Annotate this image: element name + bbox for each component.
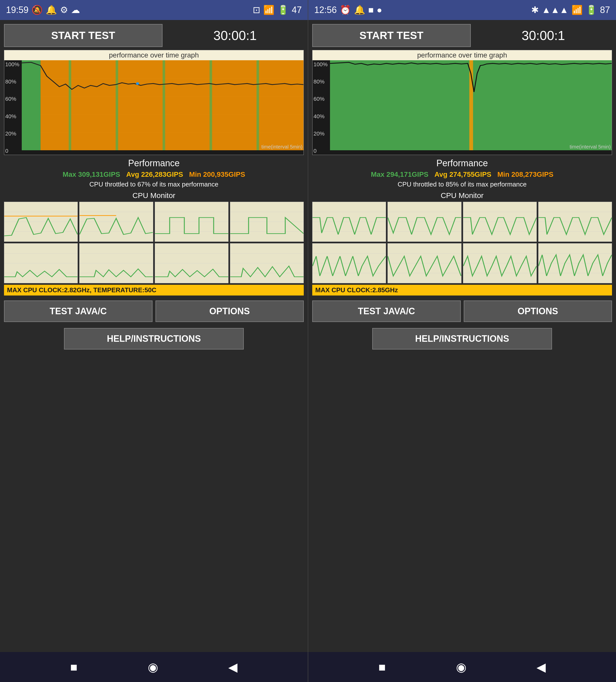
right-circle-icon: ●	[377, 5, 382, 15]
right-cpu-grid-top: 1.40GHz 1.40GHz	[312, 202, 612, 242]
right-bluetooth-icon: ✱	[531, 5, 539, 15]
left-test-java-button[interactable]: TEST JAVA/C	[4, 300, 153, 322]
left-cpu-cell-4: 1.05GHz T0C	[230, 202, 304, 242]
right-top-row: START TEST 30:00:1	[312, 24, 612, 47]
left-cpu-monitor: CPU Monitor 1.05GHz T36C	[4, 191, 304, 296]
right-time-label: time(interval 5min)	[570, 144, 611, 150]
right-phone: 12:56 ⏰ 🔔 ■ ● ✱ ▲▲▲ 📶 🔋 87 START TEST 30…	[308, 0, 616, 682]
right-status-bar: 12:56 ⏰ 🔔 ■ ● ✱ ▲▲▲ 📶 🔋 87	[308, 0, 616, 20]
right-cpu-cell-8: 2.35GHz	[538, 243, 612, 283]
left-graph-container: performance over time graph 100% 80% 60%…	[4, 50, 304, 155]
right-max-clock: MAX CPU CLOCK:2.85GHz	[312, 285, 612, 296]
left-bottom-buttons: TEST JAVA/C OPTIONS	[4, 300, 304, 322]
right-graph-title: performance over time graph	[313, 50, 612, 60]
left-status-left: 19:59 🔕 🔔 ⚙ ☁	[6, 5, 80, 15]
left-max-clock: MAX CPU CLOCK:2.82GHz, TEMPERATURE:50C	[4, 285, 304, 296]
svg-rect-14	[116, 60, 118, 150]
right-cpu-monitor-title: CPU Monitor	[312, 191, 612, 200]
left-help-button[interactable]: HELP/INSTRUCTIONS	[64, 328, 244, 349]
svg-rect-15	[163, 60, 165, 150]
right-square-icon: ■	[368, 5, 374, 15]
left-phone: 19:59 🔕 🔔 ⚙ ☁ ⊡ 📶 🔋 47 START TEST 30:00:…	[0, 0, 308, 682]
left-top-row: START TEST 30:00:1	[4, 24, 304, 47]
left-graph-title: performance over time graph	[4, 50, 303, 60]
left-graph-area: 100% 80% 60% 40% 20% 0	[4, 60, 303, 155]
left-cpu-cell-3: 1.05GHz T0C	[155, 202, 228, 242]
right-wifi-icon: 📶	[571, 5, 583, 15]
left-perf-stats: Max 309,131GIPS Avg 226,283GIPS Min 200,…	[4, 170, 304, 179]
right-perf-title: Performance	[312, 158, 612, 168]
right-status-right: ✱ ▲▲▲ 📶 🔋 87	[531, 5, 610, 15]
left-screen-share-icon: ⊡	[253, 5, 260, 15]
left-perf-min: Min 200,935GIPS	[189, 170, 245, 179]
left-start-test-button[interactable]: START TEST	[4, 24, 162, 47]
svg-rect-12	[41, 60, 303, 150]
right-nav-stop-icon[interactable]: ■	[379, 660, 386, 674]
right-cpu-cell-1: 1.40GHz	[312, 202, 386, 242]
left-cpu-cell-6: 0.76GHz T0C	[79, 243, 153, 283]
left-perf-throttle: CPU throttled to 67% of its max performa…	[4, 181, 304, 188]
svg-rect-17	[256, 60, 259, 150]
left-chart: time(interval 5min)	[22, 60, 303, 150]
left-cpu-grid-top: 1.05GHz T36C 1.05GHz T36C	[4, 202, 304, 242]
right-perf-max: Max 294,171GIPS	[371, 170, 428, 179]
right-bottom-buttons: TEST JAVA/C OPTIONS	[312, 300, 612, 322]
left-settings-icon: ⚙	[60, 5, 68, 15]
right-chart-svg	[330, 60, 612, 150]
right-cpu-grid-bottom: 2.05GHz 2.05GHz	[312, 243, 612, 283]
left-nav-home-icon[interactable]: ◉	[148, 660, 158, 674]
right-cpu-cell-6: 2.05GHz	[388, 243, 461, 283]
right-cpu-cell-5: 2.05GHz	[312, 243, 386, 283]
left-nav-stop-icon[interactable]: ■	[70, 660, 77, 674]
left-time: 19:59	[6, 5, 28, 15]
left-options-button[interactable]: OPTIONS	[156, 300, 304, 322]
left-signal-off-icon: 🔕	[31, 5, 43, 15]
svg-rect-16	[209, 60, 212, 150]
right-performance-section: Performance Max 294,171GIPS Avg 274,755G…	[312, 158, 612, 188]
left-perf-avg: Avg 226,283GIPS	[126, 170, 183, 179]
right-test-java-button[interactable]: TEST JAVA/C	[312, 300, 461, 322]
right-cpu-monitor: CPU Monitor 1.40GHz 1.40GHz	[312, 191, 612, 296]
left-cpu-monitor-title: CPU Monitor	[4, 191, 304, 200]
left-notification-icon: 🔔	[46, 5, 57, 15]
left-status-right: ⊡ 📶 🔋 47	[253, 5, 302, 15]
right-cpu-cell-4: 1.40GHz	[538, 202, 612, 242]
svg-point-18	[136, 82, 139, 85]
right-start-test-button[interactable]: START TEST	[312, 24, 471, 47]
right-signal-icon: ▲▲▲	[542, 5, 569, 15]
right-help-button[interactable]: HELP/INSTRUCTIONS	[372, 328, 552, 349]
left-cpu-cell-7: 0.76GHz T0C	[155, 243, 228, 283]
left-cloud-icon: ☁	[71, 5, 80, 15]
svg-rect-13	[69, 60, 71, 150]
right-battery-pct: 87	[600, 5, 610, 15]
right-perf-min: Min 208,273GIPS	[498, 170, 553, 179]
left-cpu-cell-8: 1.17GHz T-40000	[230, 243, 304, 283]
left-nav-back-icon[interactable]: ◀	[228, 660, 237, 674]
right-alarm-icon: ⏰	[340, 5, 351, 15]
left-status-bar: 19:59 🔕 🔔 ⚙ ☁ ⊡ 📶 🔋 47	[0, 0, 308, 20]
right-nav-back-icon[interactable]: ◀	[537, 660, 546, 674]
right-perf-stats: Max 294,171GIPS Avg 274,755GIPS Min 208,…	[312, 170, 612, 179]
right-battery-icon: 🔋	[586, 5, 597, 15]
left-cpu-cell-5: 0.76GHz T0C	[4, 243, 78, 283]
right-options-button[interactable]: OPTIONS	[464, 300, 612, 322]
right-cpu-cell-3: 1.40GHz	[463, 202, 537, 242]
left-timer: 30:00:1	[166, 28, 304, 43]
left-cpu-grid-bottom: 0.76GHz T0C 0.76GHz T0C	[4, 243, 304, 283]
left-nav-bar: ■ ◉ ◀	[0, 652, 308, 682]
left-time-label: time(interval 5min)	[261, 144, 302, 150]
right-app-content: START TEST 30:00:1 performance over time…	[308, 20, 616, 652]
right-chart: time(interval 5min)	[330, 60, 612, 150]
left-battery-pct: 47	[292, 5, 302, 15]
left-y-axis: 100% 80% 60% 40% 20% 0	[4, 60, 22, 155]
right-time: 12:56	[314, 5, 337, 15]
left-perf-max: Max 309,131GIPS	[63, 170, 120, 179]
right-y-axis: 100% 80% 60% 40% 20% 0	[313, 60, 330, 155]
left-cpu-cell-2: 1.05GHz T36C	[79, 202, 153, 242]
right-cpu-cell-7: 2.05GHz	[463, 243, 537, 283]
right-perf-avg: Avg 274,755GIPS	[434, 170, 492, 179]
left-performance-section: Performance Max 309,131GIPS Avg 226,283G…	[4, 158, 304, 188]
right-graph-container: performance over time graph 100% 80% 60%…	[312, 50, 612, 155]
right-nav-home-icon[interactable]: ◉	[456, 660, 466, 674]
left-perf-title: Performance	[4, 158, 304, 168]
